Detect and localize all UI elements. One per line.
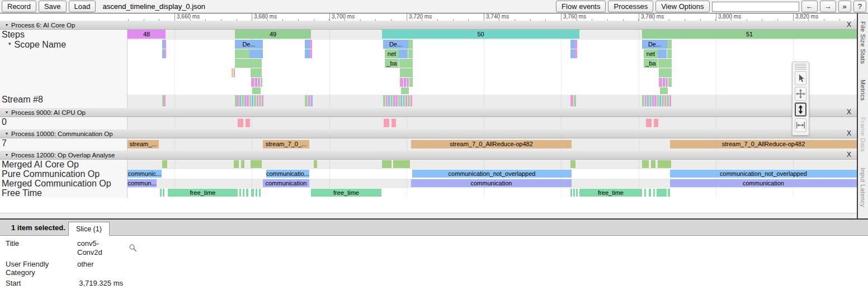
timeline-slice[interactable]: [651, 160, 655, 168]
timeline-slice[interactable]: [404, 78, 406, 87]
timeline-slice[interactable]: [570, 160, 575, 168]
timeline-slice[interactable]: [642, 95, 644, 106]
timeline-slice[interactable]: [407, 78, 409, 87]
timeline-slice[interactable]: [247, 95, 249, 106]
process-header[interactable]: ▾Process 10000: Communication OpX: [0, 129, 857, 138]
collapse-triangle-icon[interactable]: ▾: [6, 110, 8, 115]
timeline-slice[interactable]: [243, 189, 244, 197]
timeline-slice[interactable]: [659, 95, 661, 106]
timeline-slice[interactable]: [574, 95, 576, 106]
timeline-slice[interactable]: [399, 59, 413, 68]
timeline-slice[interactable]: [575, 49, 577, 58]
timeline-slice[interactable]: [251, 160, 262, 168]
timeline-slice[interactable]: [251, 68, 262, 77]
timeline-slice[interactable]: [664, 95, 666, 106]
timing-tool-button[interactable]: [795, 118, 806, 132]
timeline-slice[interactable]: [249, 95, 251, 106]
timeline-slice[interactable]: [251, 189, 254, 197]
process-header[interactable]: ▾Process 6: AI Core OpX: [0, 21, 857, 30]
timeline-slice[interactable]: communication: [670, 179, 857, 187]
timeline-slice[interactable]: [239, 95, 241, 106]
timeline-slice[interactable]: [382, 160, 391, 168]
timeline-slice[interactable]: [393, 95, 395, 106]
timeline-slice[interactable]: [660, 87, 668, 94]
close-process-button[interactable]: X: [847, 129, 851, 138]
timeline-slice[interactable]: [659, 78, 662, 87]
side-tab-input-latency[interactable]: Input Latency: [860, 167, 866, 207]
timeline-slice[interactable]: [657, 95, 659, 106]
processes-button[interactable]: Processes: [608, 1, 653, 12]
timeline-slice[interactable]: [395, 95, 398, 106]
collapse-triangle-icon[interactable]: ▾: [6, 132, 8, 136]
timeline-slice[interactable]: [393, 160, 410, 168]
timeline-slice[interactable]: [262, 95, 263, 106]
timeline-slice[interactable]: [657, 189, 667, 197]
timeline-slice[interactable]: [652, 95, 654, 106]
timeline-slice[interactable]: [408, 40, 413, 49]
timeline-slice[interactable]: [645, 95, 647, 106]
timeline-slice[interactable]: [305, 40, 310, 49]
timeline-slice[interactable]: [164, 40, 166, 49]
timeline-slice[interactable]: 49: [235, 30, 311, 39]
load-button[interactable]: Load: [69, 1, 96, 12]
timeline-slice[interactable]: commun...: [128, 179, 157, 187]
side-tab-frame-data[interactable]: Frame Data: [860, 117, 866, 152]
timeline-slice[interactable]: [658, 160, 671, 168]
tab-slice[interactable]: Slice (1): [68, 222, 110, 236]
close-process-button[interactable]: X: [847, 21, 851, 29]
timeline-slice[interactable]: [390, 95, 393, 106]
timeline-slice[interactable]: [310, 40, 312, 49]
timeline-slice[interactable]: free_time: [579, 189, 642, 197]
timeline-slice[interactable]: [234, 68, 235, 77]
pan-tool-button[interactable]: [795, 87, 806, 101]
timeline-slice[interactable]: [239, 189, 241, 197]
timeline-slice[interactable]: [252, 87, 261, 94]
timeline-slice[interactable]: [409, 78, 413, 87]
timeline-slice[interactable]: [251, 78, 254, 87]
timeline-slice[interactable]: [667, 49, 672, 58]
timeline-slice[interactable]: [408, 49, 413, 58]
timeline-slice[interactable]: [232, 68, 233, 77]
timeline-slice[interactable]: [314, 160, 317, 168]
process-header[interactable]: ▾Process 9000: AI CPU OpX: [0, 108, 857, 117]
timeline-slice[interactable]: [649, 95, 652, 106]
timeline-slice[interactable]: stream_7_0_AllReduce-op482: [670, 140, 857, 148]
timeline-slice[interactable]: [403, 95, 405, 106]
timeline-slice[interactable]: [644, 189, 646, 197]
timeline-slice[interactable]: [401, 87, 409, 94]
timeline-slice[interactable]: 50: [382, 30, 579, 39]
timeline-slice[interactable]: [237, 95, 239, 106]
find-next-button[interactable]: →: [820, 1, 836, 12]
timeline-slice[interactable]: [399, 49, 408, 58]
palette-grip-handle[interactable]: [795, 64, 806, 69]
timeline-slice[interactable]: stream_...: [128, 140, 159, 148]
timeline-slice[interactable]: [255, 78, 257, 87]
timeline-slice[interactable]: [249, 49, 263, 58]
timeline-slice[interactable]: [235, 49, 249, 58]
timeline-slice[interactable]: De...: [235, 40, 263, 49]
timeline-slice[interactable]: [667, 40, 672, 49]
timeline-slice[interactable]: [241, 160, 244, 168]
timeline-slice[interactable]: [658, 59, 672, 68]
timeline-slice[interactable]: [244, 95, 246, 106]
timeline-slice[interactable]: stream_7_0_...: [263, 140, 309, 148]
timeline-slice[interactable]: [400, 95, 402, 106]
timeline-slice[interactable]: [258, 78, 260, 87]
timeline-slice[interactable]: [668, 189, 670, 197]
timeline-slice[interactable]: [246, 119, 250, 127]
timeline-slice[interactable]: [305, 49, 310, 58]
view-options-button[interactable]: View Options: [655, 1, 709, 12]
close-process-button[interactable]: X: [847, 108, 851, 116]
timeline-slice[interactable]: De...: [383, 40, 408, 49]
timeline-slice[interactable]: [669, 95, 671, 106]
timeline-slice[interactable]: [662, 95, 664, 106]
timeline-slice[interactable]: [238, 119, 243, 127]
collapse-triangle-icon[interactable]: ▾: [8, 41, 11, 46]
timeline-slice[interactable]: communication_not_overlapped: [670, 170, 857, 178]
timeline-slice[interactable]: [666, 78, 668, 87]
timeline-slice[interactable]: [388, 95, 390, 106]
timeline-slice[interactable]: _ba: [385, 59, 399, 68]
timeline-slice[interactable]: [384, 119, 389, 127]
timeline-slice[interactable]: [576, 189, 578, 197]
timeline-slice[interactable]: [310, 49, 312, 58]
